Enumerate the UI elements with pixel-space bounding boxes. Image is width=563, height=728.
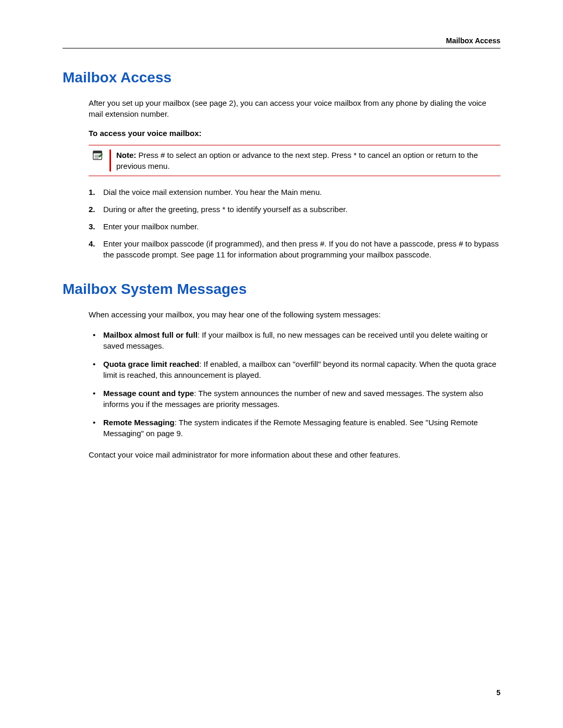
bullet-item: Quota grace limit reached: If enabled, a… <box>89 359 500 380</box>
bullet-list: Mailbox almost full or full: If your mai… <box>89 329 500 439</box>
bullet-item: Remote Messaging: The system indicates i… <box>89 417 500 439</box>
access-subhead: To access your voice mailbox: <box>89 129 500 138</box>
note-label: Note: <box>116 151 139 159</box>
bullet-item: Mailbox almost full or full: If your mai… <box>89 329 500 351</box>
heading-mailbox-access: Mailbox Access <box>63 69 500 86</box>
note-icon <box>92 150 103 161</box>
step-item: During or after the greeting, press * to… <box>89 204 500 215</box>
note-text: Note: Press # to select an option or adv… <box>111 150 500 171</box>
bullet-item: Message count and type: The system annou… <box>89 388 500 410</box>
section1-body: After you set up your mailbox (see page … <box>89 97 500 260</box>
section2-body: When accessing your mailbox, you may hea… <box>89 309 500 460</box>
system-messages-intro: When accessing your mailbox, you may hea… <box>89 309 500 320</box>
note-icon-cell <box>89 150 111 171</box>
step-item: Enter your mailbox passcode (if programm… <box>89 238 500 260</box>
step-item: Enter your mailbox number. <box>89 221 500 232</box>
bullet-term: Quota grace limit reached <box>103 360 199 368</box>
bullet-term: Mailbox almost full or full <box>103 330 198 339</box>
bullet-term: Remote Messaging <box>103 418 175 427</box>
intro-paragraph: After you set up your mailbox (see page … <box>89 97 500 119</box>
note-box: Note: Press # to select an option or adv… <box>89 145 500 176</box>
heading-system-messages: Mailbox System Messages <box>63 281 500 298</box>
running-header: Mailbox Access <box>63 36 500 48</box>
page-number: 5 <box>496 688 500 697</box>
page: Mailbox Access Mailbox Access After you … <box>0 0 563 728</box>
bullet-term: Message count and type <box>103 389 194 398</box>
svg-rect-1 <box>93 151 102 154</box>
step-item: Dial the voice mail extension number. Yo… <box>89 187 500 198</box>
system-messages-outro: Contact your voice mail administrator fo… <box>89 449 500 460</box>
steps-list: Dial the voice mail extension number. Yo… <box>89 187 500 260</box>
note-body: Press # to select an option or advance t… <box>116 151 478 170</box>
